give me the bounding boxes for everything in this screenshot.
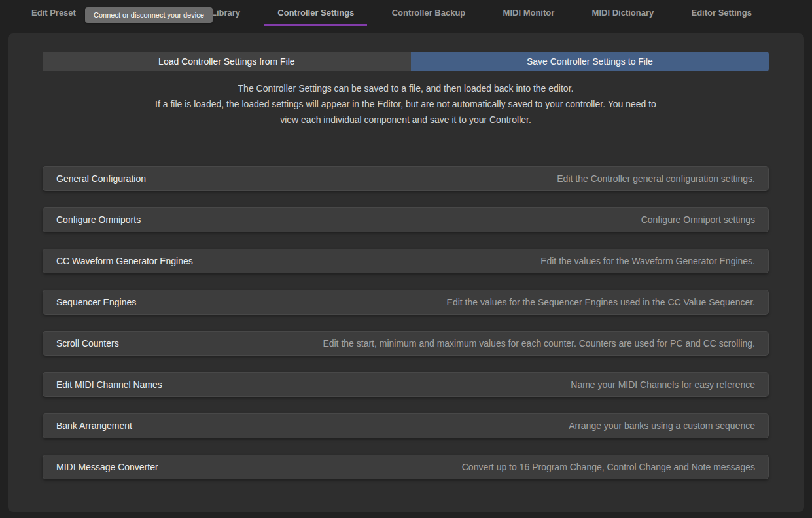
description-line: view each individual component and save …: [43, 112, 769, 128]
tab-controller-settings[interactable]: Controller Settings: [264, 0, 367, 26]
row-description: Edit the values for the Sequencer Engine…: [447, 297, 755, 307]
row-title: Edit MIDI Channel Names: [56, 379, 162, 390]
connect-device-button[interactable]: Connect or disconnect your device: [85, 7, 213, 23]
tab-midi-dictionary[interactable]: MIDI Dictionary: [579, 0, 667, 26]
description-line: The Controller Settings can be saved to …: [43, 80, 769, 96]
row-title: Bank Arrangement: [56, 421, 132, 431]
row-sequencer-engines[interactable]: Sequencer Engines Edit the values for th…: [43, 290, 769, 315]
row-title: General Configuration: [56, 173, 146, 184]
tab-edit-preset[interactable]: Edit Preset: [18, 0, 89, 26]
load-settings-button[interactable]: Load Controller Settings from File: [43, 52, 411, 71]
row-description: Name your MIDI Channels for easy referen…: [571, 379, 755, 390]
settings-description: The Controller Settings can be saved to …: [43, 80, 769, 128]
file-buttons-group: Load Controller Settings from File Save …: [43, 52, 769, 71]
save-settings-button[interactable]: Save Controller Settings to File: [411, 52, 769, 71]
description-line: If a file is loaded, the loaded settings…: [43, 96, 769, 112]
row-description: Edit the values for the Waveform Generat…: [540, 256, 755, 266]
row-description: Arrange your banks using a custom sequen…: [569, 421, 755, 431]
settings-row-list: General Configuration Edit the Controlle…: [43, 166, 769, 479]
row-title: Scroll Counters: [56, 338, 119, 349]
row-configure-omniports[interactable]: Configure Omniports Configure Omniport s…: [43, 207, 769, 232]
row-edit-midi-channel-names[interactable]: Edit MIDI Channel Names Name your MIDI C…: [43, 372, 769, 397]
row-description: Edit the Controller general configuratio…: [557, 173, 755, 184]
row-bank-arrangement[interactable]: Bank Arrangement Arrange your banks usin…: [43, 413, 769, 438]
row-description: Edit the start, minimum and maximum valu…: [323, 338, 755, 349]
tab-controller-backup[interactable]: Controller Backup: [379, 0, 479, 26]
row-title: CC Waveform Generator Engines: [56, 256, 193, 266]
row-description: Convert up to 16 Program Change, Control…: [462, 462, 755, 472]
row-cc-waveform-generator-engines[interactable]: CC Waveform Generator Engines Edit the v…: [43, 249, 769, 273]
row-title: Configure Omniports: [56, 215, 141, 225]
row-description: Configure Omniport settings: [641, 215, 755, 225]
row-midi-message-converter[interactable]: MIDI Message Converter Convert up to 16 …: [43, 455, 769, 479]
row-scroll-counters[interactable]: Scroll Counters Edit the start, minimum …: [43, 331, 769, 356]
row-general-configuration[interactable]: General Configuration Edit the Controlle…: [43, 166, 769, 191]
top-navigation: Edit Preset Edit Bank User Library Contr…: [0, 0, 812, 26]
row-title: Sequencer Engines: [56, 297, 136, 307]
controller-settings-panel: Load Controller Settings from File Save …: [8, 33, 804, 512]
tab-editor-settings[interactable]: Editor Settings: [679, 0, 765, 26]
tab-midi-monitor[interactable]: MIDI Monitor: [490, 0, 568, 26]
row-title: MIDI Message Converter: [56, 462, 158, 472]
